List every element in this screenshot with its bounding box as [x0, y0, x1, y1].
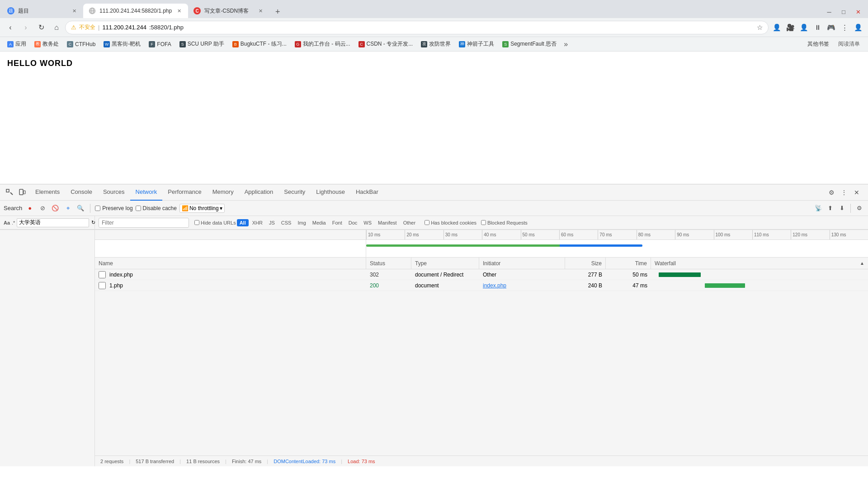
stop-recording-btn[interactable]: ⊘ — [38, 203, 47, 213]
more-bookmarks-btn[interactable]: » — [561, 38, 571, 50]
col-header-initiator[interactable]: Initiator — [479, 258, 565, 269]
address-bar[interactable]: ⚠ 不安全 | 111.200.241.244 :58820/1.php ☆ — [65, 21, 769, 34]
device-toolbar-btn[interactable] — [16, 187, 28, 198]
minimize-button[interactable]: ─ — [823, 5, 835, 18]
preserve-log-checkbox[interactable] — [95, 206, 100, 211]
back-button[interactable]: ‹ — [4, 21, 17, 34]
has-blocked-cookies-checkbox[interactable] — [425, 220, 429, 225]
bookmark-fofa[interactable]: F FOFA — [145, 39, 175, 49]
settings-btn[interactable]: ⋮ — [838, 21, 851, 34]
col-header-time[interactable]: Time — [606, 258, 651, 269]
table-row-index-php[interactable]: index.php 302 document / Redirect Other … — [95, 269, 868, 280]
record-btn[interactable]: ● — [25, 203, 35, 213]
filter-tag-xhr[interactable]: XHR — [250, 219, 265, 226]
filter-tag-ws[interactable]: WS — [361, 219, 374, 226]
bookmark-gitee[interactable]: G 我的工作台 - 码云... — [291, 38, 354, 50]
tab-1-close[interactable]: ✕ — [71, 7, 78, 14]
bookmark-jiaowu[interactable]: 教 教务处 — [31, 38, 62, 50]
tab-performance[interactable]: Performance — [162, 184, 207, 201]
blocked-requests-checkbox[interactable] — [481, 220, 486, 225]
extension-btn-3[interactable]: ⏸ — [811, 21, 824, 34]
filter-tag-img[interactable]: Img — [295, 219, 308, 226]
wifi-icon-btn[interactable]: 📡 — [813, 203, 823, 213]
inspect-element-btn[interactable] — [4, 187, 15, 198]
tab-2-close[interactable]: ✕ — [175, 7, 183, 14]
initiator-link-1php[interactable]: index.php — [483, 282, 506, 289]
tab-security[interactable]: Security — [278, 184, 311, 201]
col-header-type[interactable]: Type — [411, 258, 479, 269]
tab-3[interactable]: C 写文章-CSDN博客 ✕ — [188, 4, 269, 18]
bookmark-bugku[interactable]: B BugkuCTF - 练习... — [229, 38, 290, 50]
new-tab-button[interactable]: + — [271, 5, 284, 18]
home-button[interactable]: ⌂ — [50, 21, 63, 34]
tab-hackbar[interactable]: HackBar — [350, 184, 384, 201]
tab-application[interactable]: Application — [239, 184, 279, 201]
tab-1[interactable]: 题 题目 ✕ — [2, 4, 83, 18]
extension-btn-1[interactable]: 🎥 — [784, 21, 797, 34]
account-btn[interactable]: 👤 — [852, 21, 864, 34]
filter-tag-all[interactable]: All — [237, 219, 249, 226]
filter-tag-media[interactable]: Media — [310, 219, 329, 226]
row-checkbox-1php[interactable] — [99, 282, 106, 289]
close-button[interactable]: ✕ — [852, 5, 864, 18]
bookmark-gongfang[interactable]: 攻 攻防世界 — [417, 38, 454, 50]
export-btn[interactable]: ⬇ — [837, 203, 847, 213]
row-initiator-1php[interactable]: index.php — [479, 282, 565, 289]
network-settings-btn[interactable]: ⚙ — [854, 203, 864, 213]
extension-btn-2[interactable]: 👤 — [797, 21, 810, 34]
import-btn[interactable]: ⬆ — [825, 203, 835, 213]
table-row-1-php[interactable]: 1.php 200 document index.php 240 B 47 ms — [95, 280, 868, 291]
disable-cache-checkbox[interactable] — [136, 206, 141, 211]
search-sub-input[interactable] — [17, 218, 89, 227]
col-header-name[interactable]: Name — [95, 258, 366, 269]
hide-data-urls-label[interactable]: Hide data URLs — [194, 220, 236, 225]
filter-tag-font[interactable]: Font — [330, 219, 345, 226]
bookmark-shen[interactable]: 神 神箭子工具 — [455, 38, 498, 50]
bookmark-segfault[interactable]: S SegmentFault 思否 — [499, 38, 560, 50]
filter-tag-js[interactable]: JS — [266, 219, 278, 226]
bookmark-csdn[interactable]: C CSDN - 专业开发... — [355, 38, 417, 50]
search-icon-btn[interactable]: 🔍 — [75, 203, 85, 213]
row-status-index: 302 — [366, 272, 411, 278]
bookmark-apps[interactable]: A 应用 — [4, 38, 30, 50]
star-button[interactable]: ☆ — [757, 23, 763, 32]
extension-btn-4[interactable]: 🎮 — [825, 21, 837, 34]
devtools-close-btn[interactable]: ✕ — [851, 187, 863, 198]
filter-input[interactable] — [99, 218, 189, 228]
bookmark-ctfhub[interactable]: C CTFHub — [63, 39, 99, 49]
clear-btn[interactable]: 🚫 — [50, 203, 60, 213]
col-header-waterfall[interactable]: Waterfall ▲ — [651, 258, 868, 269]
bookmark-hacker[interactable]: W 黑客街-靶机 — [100, 38, 144, 50]
tab-memory[interactable]: Memory — [207, 184, 239, 201]
hide-data-urls-checkbox[interactable] — [194, 220, 199, 225]
tab-2[interactable]: 111.200.241.244:58820/1.php ✕ — [83, 4, 188, 18]
forward-button[interactable]: › — [19, 21, 33, 34]
preserve-log-checkbox-label[interactable]: Preserve log — [95, 205, 132, 211]
filter-tag-css[interactable]: CSS — [278, 219, 294, 226]
tab-3-close[interactable]: ✕ — [257, 7, 264, 14]
tab-elements[interactable]: Elements — [30, 184, 65, 201]
throttle-selector[interactable]: 📶 No throttling ▾ — [179, 204, 225, 213]
disable-cache-checkbox-label[interactable]: Disable cache — [136, 205, 177, 211]
blocked-requests-label[interactable]: Blocked Requests — [481, 220, 528, 225]
filter-tag-manifest[interactable]: Manifest — [375, 219, 400, 226]
devtools-more-btn[interactable]: ⋮ — [838, 187, 850, 198]
filter-icon-btn[interactable]: ⌖ — [63, 203, 73, 213]
col-header-status[interactable]: Status — [366, 258, 411, 269]
maximize-button[interactable]: □ — [837, 5, 850, 18]
has-blocked-cookies-label[interactable]: Has blocked cookies — [425, 220, 476, 225]
filter-tag-other[interactable]: Other — [401, 219, 419, 226]
profile-icon-btn[interactable]: 👤 — [770, 21, 783, 34]
refresh-button[interactable]: ↻ — [34, 21, 48, 34]
other-bookmarks[interactable]: 其他书签 — [804, 38, 833, 50]
tab-lighthouse[interactable]: Lighthouse — [311, 184, 350, 201]
col-header-size[interactable]: Size — [565, 258, 606, 269]
bookmark-scu[interactable]: S SCU URP 助手 — [176, 38, 228, 50]
tab-sources[interactable]: Sources — [98, 184, 130, 201]
tab-network[interactable]: Network — [130, 184, 163, 201]
devtools-settings-btn[interactable]: ⚙ — [826, 187, 837, 198]
reader-mode-btn[interactable]: 阅读清单 — [834, 38, 864, 50]
row-checkbox-index[interactable] — [99, 271, 106, 278]
tab-console[interactable]: Console — [65, 184, 98, 201]
filter-tag-doc[interactable]: Doc — [346, 219, 360, 226]
